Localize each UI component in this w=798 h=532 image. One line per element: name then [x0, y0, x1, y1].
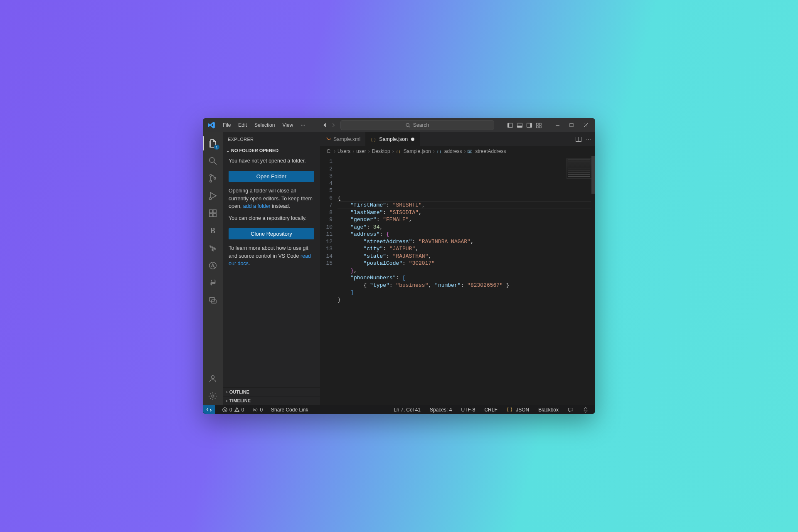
- status-spaces[interactable]: Spaces: 4: [428, 407, 453, 413]
- svg-line-17: [214, 162, 217, 165]
- split-editor-icon[interactable]: [575, 136, 582, 143]
- status-language[interactable]: { }JSON: [505, 406, 531, 413]
- code-line[interactable]: "gender": "FEMALE",: [337, 216, 595, 224]
- clone-repository-button[interactable]: Clone Repository: [229, 228, 314, 239]
- docs-hint: To learn more about how to use git and s…: [229, 244, 314, 268]
- svg-rect-8: [536, 123, 538, 125]
- menu-selection[interactable]: Selection: [251, 121, 278, 130]
- breadcrumb-segment[interactable]: Users: [337, 148, 350, 154]
- svg-rect-27: [209, 298, 215, 301]
- code-line[interactable]: }: [337, 296, 595, 304]
- breadcrumb-segment[interactable]: user: [356, 148, 366, 154]
- status-encoding[interactable]: UTF-8: [459, 407, 477, 413]
- svg-point-30: [212, 395, 214, 397]
- sidebar-explorer: EXPLORER ⋯ ⌄ NO FOLDER OPENED You have n…: [223, 132, 320, 405]
- activity-accounts-icon[interactable]: [203, 370, 223, 387]
- activity-run-debug-icon[interactable]: [203, 187, 223, 204]
- tab-sample-json[interactable]: { } Sample.json: [366, 132, 420, 146]
- code-line[interactable]: ]: [337, 289, 595, 296]
- xml-file-icon: [325, 136, 331, 142]
- code-line[interactable]: "streetAddress": "RAVINDRA NAGAR",: [337, 238, 595, 246]
- activity-ext-terraform-icon[interactable]: [203, 239, 223, 257]
- activity-bar: 1 B: [203, 132, 223, 405]
- svg-point-0: [406, 123, 409, 126]
- status-feedback-icon[interactable]: [566, 407, 575, 413]
- status-blackbox[interactable]: Blackbox: [537, 407, 560, 413]
- svg-rect-9: [539, 123, 541, 125]
- breadcrumb-segment[interactable]: C:: [327, 148, 332, 154]
- code-line[interactable]: "city": "JAIPUR",: [337, 245, 595, 253]
- activity-ext-ansible-icon[interactable]: [203, 257, 223, 274]
- menu-edit[interactable]: Edit: [235, 121, 250, 130]
- titlebar: File Edit Selection View ⋯ Search: [203, 118, 595, 132]
- menu-more-icon[interactable]: ⋯: [297, 121, 309, 130]
- svg-point-43: [255, 409, 256, 411]
- svg-text:{ }: { }: [437, 149, 441, 153]
- tab-sample-xml[interactable]: Sample.xml: [320, 132, 366, 146]
- svg-rect-10: [536, 126, 538, 128]
- breadcrumb-segment[interactable]: address: [444, 148, 462, 154]
- tab-more-icon[interactable]: ⋯: [586, 136, 591, 142]
- window-close-icon[interactable]: [579, 119, 593, 131]
- activity-ext-python-icon[interactable]: [203, 274, 223, 292]
- code-line[interactable]: "firstName": "SRISHTI",: [337, 202, 595, 209]
- breadcrumb-icon: { }: [437, 149, 442, 154]
- activity-extensions-icon[interactable]: [203, 204, 223, 222]
- section-timeline[interactable]: ›TIMELINE: [223, 396, 320, 405]
- code-line[interactable]: },: [337, 267, 595, 275]
- layout-panel-icon[interactable]: [517, 122, 523, 128]
- search-placeholder: Search: [413, 122, 429, 128]
- code-line[interactable]: "age": 34,: [337, 224, 595, 231]
- add-folder-link[interactable]: add a folder: [243, 203, 271, 209]
- minimap[interactable]: [566, 158, 592, 179]
- code-line[interactable]: "lastName": "SISODIA",: [337, 209, 595, 217]
- status-ports[interactable]: 0: [251, 407, 264, 413]
- menu-file[interactable]: File: [219, 121, 234, 130]
- breadcrumbs[interactable]: C:›Users›user›Desktop›{ }Sample.json›{ }…: [320, 146, 595, 156]
- status-problems[interactable]: 0 0: [220, 407, 246, 413]
- activity-settings-icon[interactable]: [203, 387, 223, 405]
- breadcrumb-segment[interactable]: Desktop: [372, 148, 390, 154]
- code-line[interactable]: "address": {: [337, 231, 595, 238]
- status-ln-col[interactable]: Ln 7, Col 41: [392, 407, 422, 413]
- activity-explorer-icon[interactable]: 1: [203, 135, 223, 152]
- open-folder-button[interactable]: Open Folder: [229, 171, 314, 182]
- nav-back-icon[interactable]: [322, 122, 328, 128]
- code-line[interactable]: {: [337, 195, 595, 202]
- sidebar-more-icon[interactable]: ⋯: [310, 137, 315, 142]
- breadcrumb-segment[interactable]: streetAddress: [475, 148, 506, 154]
- svg-point-16: [209, 158, 214, 163]
- window-minimize-icon[interactable]: [550, 119, 564, 131]
- menu-view[interactable]: View: [279, 121, 296, 130]
- remote-indicator-icon[interactable]: [203, 405, 215, 414]
- scrollbar[interactable]: [591, 156, 595, 194]
- nav-fwd-icon[interactable]: [330, 122, 336, 128]
- svg-rect-23: [209, 214, 212, 217]
- svg-rect-13: [570, 123, 573, 127]
- section-no-folder[interactable]: ⌄ NO FOLDER OPENED: [223, 146, 320, 155]
- code-line[interactable]: "phoneNumbers": [: [337, 274, 595, 282]
- svg-rect-11: [539, 126, 541, 128]
- breadcrumb-segment[interactable]: Sample.json: [404, 148, 431, 154]
- status-bell-icon[interactable]: [581, 407, 590, 413]
- status-share-link[interactable]: Share Code Link: [269, 407, 310, 413]
- status-eol[interactable]: CRLF: [483, 407, 499, 413]
- window-maximize-icon[interactable]: [564, 119, 579, 131]
- code-line[interactable]: "postalCode": "302017": [337, 260, 595, 267]
- activity-ext-b-icon[interactable]: B: [203, 222, 223, 239]
- svg-rect-22: [209, 210, 212, 213]
- activity-search-icon[interactable]: [203, 152, 223, 170]
- code-line[interactable]: { "type": "business", "number": "8230265…: [337, 282, 595, 289]
- code-editor[interactable]: 123456789101112131415 { "firstName": "SR…: [320, 156, 595, 405]
- layout-customize-icon[interactable]: [536, 122, 542, 128]
- command-center-search[interactable]: Search: [340, 120, 494, 130]
- no-folder-text: You have not yet opened a folder.: [229, 157, 314, 165]
- svg-text:{ }: { }: [396, 149, 401, 153]
- layout-sidebar-right-icon[interactable]: [526, 122, 532, 128]
- code-line[interactable]: "state": "RAJASTHAN",: [337, 253, 595, 260]
- svg-point-20: [214, 177, 216, 179]
- activity-source-control-icon[interactable]: [203, 170, 223, 187]
- layout-sidebar-left-icon[interactable]: [507, 122, 513, 128]
- activity-ext-chat-icon[interactable]: [203, 292, 223, 309]
- section-outline[interactable]: ›OUTLINE: [223, 387, 320, 396]
